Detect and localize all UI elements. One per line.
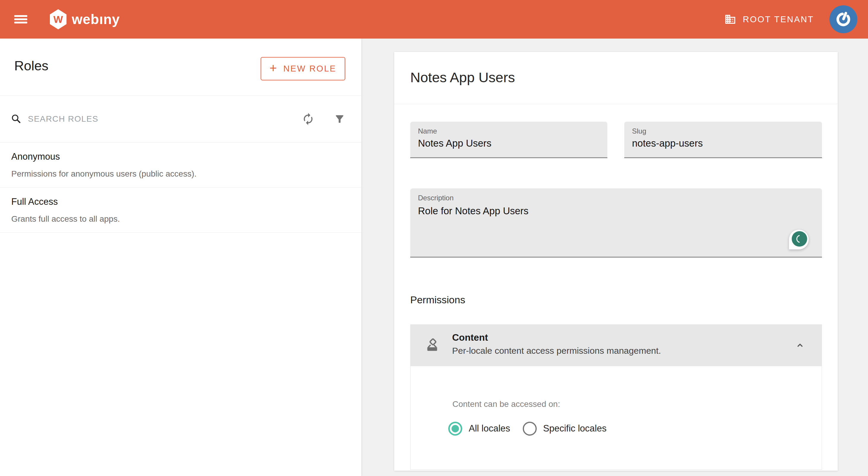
search-input[interactable] (28, 110, 283, 128)
chat-beacon-widget[interactable] (789, 229, 809, 250)
roles-search-bar (0, 96, 361, 142)
role-list-item-full-access[interactable]: Full Access Grants full access to all ap… (0, 188, 361, 233)
slug-input[interactable] (632, 138, 812, 149)
refresh-icon (302, 113, 315, 126)
name-field-label: Name (418, 127, 437, 135)
radio-specific-locales-label[interactable]: Specific locales (543, 423, 607, 434)
radio-all-locales-label[interactable]: All locales (469, 423, 510, 434)
locales-radio-group: All locales Specific locales (448, 421, 614, 436)
menu-icon[interactable] (14, 15, 27, 24)
content-accordion-header[interactable]: Content Per-locale content access permis… (410, 324, 822, 366)
role-detail-header: Notes App Users (394, 52, 838, 104)
content-section-subtitle: Per-locale content access permissions ma… (452, 346, 661, 356)
radio-all-locales[interactable] (448, 422, 462, 436)
content-section-title: Content (452, 332, 488, 343)
content-accordion-body: Content can be accessed on: All locales … (410, 366, 822, 470)
logo-letter: W (54, 14, 63, 24)
role-detail-card: Notes App Users Name Slug Description Ro… (394, 52, 838, 471)
roles-panel-header: Roles + NEW ROLE (0, 39, 361, 96)
filter-icon (334, 114, 345, 125)
logo-hexagon-icon: W (50, 9, 66, 29)
brand-wordmark: webıny (72, 11, 120, 27)
name-field: Name (410, 122, 607, 158)
new-role-button[interactable]: + NEW ROLE (261, 57, 345, 81)
description-input[interactable]: Role for Notes App Users (418, 204, 812, 252)
content-access-label: Content can be accessed on: (453, 400, 560, 409)
slug-field-label: Slug (632, 127, 646, 135)
role-item-description: Permissions for anonymous users (public … (11, 169, 196, 179)
role-item-description: Grants full access to all apps. (11, 214, 120, 224)
user-avatar[interactable] (829, 5, 857, 33)
power-avatar-icon (834, 10, 853, 29)
content-ballot-icon (425, 338, 440, 353)
role-title: Notes App Users (410, 69, 515, 86)
new-role-button-label: NEW ROLE (283, 64, 336, 73)
header-right: ROOT TENANT (724, 5, 857, 33)
page-title: Roles (14, 58, 49, 73)
header-left: W webıny (14, 9, 120, 29)
webiny-logo[interactable]: W webıny (50, 9, 120, 29)
beacon-spinner-icon (792, 231, 807, 247)
name-input[interactable] (418, 138, 597, 149)
role-list-item-anonymous[interactable]: Anonymous Permissions for anonymous user… (0, 142, 361, 188)
permissions-heading: Permissions (410, 294, 465, 306)
roles-list: Anonymous Permissions for anonymous user… (0, 142, 361, 233)
plus-icon: + (270, 62, 277, 74)
app-header: W webıny ROOT TENANT (0, 0, 868, 39)
chevron-up-icon[interactable] (795, 340, 805, 350)
tenant-label: ROOT TENANT (743, 14, 814, 24)
filter-button[interactable] (331, 111, 348, 127)
building-icon (724, 13, 736, 25)
description-field-label: Description (418, 194, 454, 202)
roles-list-panel: Roles + NEW ROLE Anonymous Permissions f… (0, 39, 362, 476)
search-icon (11, 114, 21, 124)
slug-field: Slug (624, 122, 822, 158)
role-item-title: Full Access (11, 196, 58, 207)
refresh-button[interactable] (300, 111, 316, 127)
role-item-title: Anonymous (11, 151, 60, 162)
description-field: Description Role for Notes App Users (410, 188, 822, 258)
radio-specific-locales[interactable] (523, 422, 537, 436)
tenant-selector[interactable]: ROOT TENANT (724, 13, 814, 25)
